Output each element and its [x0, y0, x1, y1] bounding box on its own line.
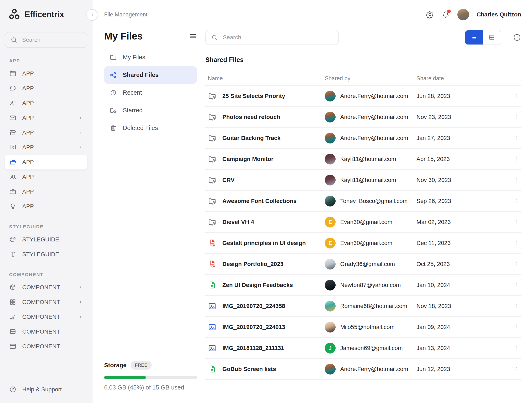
kebab-icon [513, 345, 520, 352]
row-menu-button[interactable] [513, 365, 520, 373]
row-menu-button[interactable] [513, 134, 520, 142]
sidebar-item-forms[interactable]: COMPONENT [5, 324, 87, 339]
col-header-shared-by[interactable]: Shared by [325, 75, 417, 82]
info-button[interactable] [513, 33, 521, 42]
list-icon [470, 34, 478, 41]
row-menu-button[interactable] [513, 198, 520, 205]
list-view-button[interactable] [465, 30, 483, 45]
sidebar-item-color-style[interactable]: STYLEGUIDE [5, 232, 87, 247]
sidebar-item-typography[interactable]: STYLEGUIDE [5, 247, 87, 262]
file-row-gestalt-principles-in-ui-design[interactable]: Gestalt principles in UI design E Evan30… [205, 232, 521, 253]
sidebar-item-e-commerce[interactable]: APP [5, 125, 87, 140]
sidebar-search[interactable] [5, 32, 87, 48]
sidebar-item-file-management[interactable]: APP [5, 155, 87, 169]
typography-icon [9, 250, 16, 258]
col-header-share-date[interactable]: Share date [417, 75, 509, 82]
calendar-icon [9, 70, 16, 77]
file-row-img-20181128-211131[interactable]: IMG_20181128_211131 J Jameson69@gmail.co… [205, 337, 521, 358]
sidebar-item-tables[interactable]: COMPONENT [5, 339, 87, 354]
file-name-cell: IMG_20190720_224358 [205, 302, 325, 310]
file-row-crv[interactable]: CRV Kayli11@hotmail.com Nov 30, 2023 [205, 169, 521, 190]
folder-open-icon [9, 159, 16, 166]
tree-item-recent[interactable]: Recent [104, 84, 197, 102]
file-row-dievel-vh-4[interactable]: Dievel VH 4 E Evan30@gmail.com Mar 02, 2… [205, 211, 521, 232]
sharer-avatar: J [325, 343, 336, 353]
row-menu-button[interactable] [513, 345, 520, 352]
sidebar-item-base-ui[interactable]: COMPONENT [5, 280, 87, 295]
storage-title: Storage [104, 362, 127, 369]
sidebar-collapse-button[interactable] [86, 9, 98, 21]
row-menu-button[interactable] [513, 240, 520, 247]
row-menu-button[interactable] [513, 177, 520, 184]
file-name-cell: Photos need retouch [205, 113, 325, 122]
sharer-avatar [325, 133, 336, 143]
files-search[interactable] [205, 30, 339, 45]
row-menu-button[interactable] [513, 303, 520, 310]
row-menu-button[interactable] [513, 324, 520, 331]
panel-menu-button[interactable] [189, 32, 197, 40]
folder-shared-file-icon [208, 218, 216, 226]
storage-progress-fill [104, 376, 146, 379]
user-name[interactable]: Charles Quitzon [476, 11, 521, 18]
share-date-cell: Jun 28, 2023 [417, 93, 509, 99]
row-menu-button[interactable] [513, 93, 520, 100]
sidebar-item-charts[interactable]: COMPONENT [5, 309, 87, 324]
user-avatar[interactable] [457, 9, 469, 20]
folder-shared-file-icon [208, 155, 216, 163]
sidebar-item-project-management[interactable]: APP [5, 184, 87, 199]
files-search-input[interactable] [222, 34, 333, 41]
sharer-avatar [325, 154, 336, 165]
sidebar-item-help-support[interactable]: Help & Support [5, 382, 87, 397]
row-menu-button[interactable] [513, 114, 520, 121]
notifications-button[interactable] [442, 10, 450, 19]
file-row-design-portfolio-2023[interactable]: Design Portfolio_2023 Grady36@gmail.com … [205, 253, 521, 274]
sidebar-search-input[interactable] [22, 36, 82, 44]
shared-by-cell: Andre.Ferry@hotmail.com [325, 364, 417, 375]
shared-by-cell: Andre.Ferry@hotmail.com [325, 91, 417, 102]
tree-item-shared-files[interactable]: Shared Files [104, 66, 197, 84]
file-name-cell: Gestalt principles in UI design [205, 239, 325, 248]
col-header-name[interactable]: Name [205, 75, 325, 82]
sidebar-item-social-media[interactable]: APP [5, 169, 87, 184]
image-file-icon [208, 344, 216, 352]
sidebar-item-chat[interactable]: APP [5, 81, 87, 96]
sidebar-item-widgets[interactable]: COMPONENT [5, 295, 87, 309]
file-row-img-20190720-224358[interactable]: IMG_20190720_224358 Romaine68@hotmail.co… [205, 295, 521, 316]
sidebar-item-crm[interactable]: APP [5, 96, 87, 110]
settings-button[interactable] [426, 10, 434, 19]
file-row-zen-ui-design-feedbacks[interactable]: Zen UI Design Feedbacks Newton87@yahoo.c… [205, 274, 521, 295]
tree-item-deleted-files[interactable]: Deleted Files [104, 119, 197, 137]
tree-item-starred[interactable]: Starred [104, 102, 197, 119]
sidebar: Efficentrix APP APP [0, 0, 93, 403]
file-row-guitar-backing-track[interactable]: Guitar Backing Track Andre.Ferry@hotmail… [205, 127, 521, 148]
app-window: Efficentrix APP APP [0, 0, 532, 403]
row-menu-button[interactable] [513, 261, 520, 268]
help-icon [9, 386, 16, 393]
file-name-cell: Awesome Font Collections [205, 197, 325, 205]
sharer-avatar [325, 112, 336, 122]
kebab-icon [513, 155, 520, 163]
history-icon [109, 89, 117, 96]
brand: Efficentrix [8, 8, 87, 20]
file-row-gobub-screen-lists[interactable]: GoBub Screen lists Andre.Ferry@hotmail.c… [205, 358, 521, 379]
kebab-icon [513, 365, 520, 373]
grid-view-button[interactable] [483, 30, 501, 45]
sidebar-item-support-desk[interactable]: APP [5, 199, 87, 214]
file-row-img-20190720-224013[interactable]: IMG_20190720_224013 Milo55@hotmail.com J… [205, 316, 521, 337]
share-date-cell: Jan 13, 2024 [417, 345, 509, 352]
sidebar-item-online-course[interactable]: APP [5, 140, 87, 155]
shared-by-cell: E Evan30@gmail.com [325, 238, 417, 249]
file-row-photos-need-retouch[interactable]: Photos need retouch Andre.Ferry@hotmail.… [205, 106, 521, 127]
file-row-25-site-selects-priority[interactable]: 25 Site Selects Priority Andre.Ferry@hot… [205, 85, 521, 106]
crm-icon [9, 99, 16, 107]
sidebar-item-calendar[interactable]: APP [5, 66, 87, 81]
kebab-icon [513, 240, 520, 247]
row-menu-button[interactable] [513, 218, 520, 226]
sidebar-item-email[interactable]: APP [5, 110, 87, 125]
file-row-campaign-monitor[interactable]: Campaign Monitor Kayli11@hotmail.com Apr… [205, 148, 521, 169]
row-menu-button[interactable] [513, 155, 520, 163]
row-menu-button[interactable] [513, 281, 520, 289]
tree-item-my-files[interactable]: My Files [104, 48, 197, 66]
file-row-awesome-font-collections[interactable]: Awesome Font Collections Toney_Bosco@gma… [205, 190, 521, 211]
sharer-avatar [325, 259, 336, 269]
